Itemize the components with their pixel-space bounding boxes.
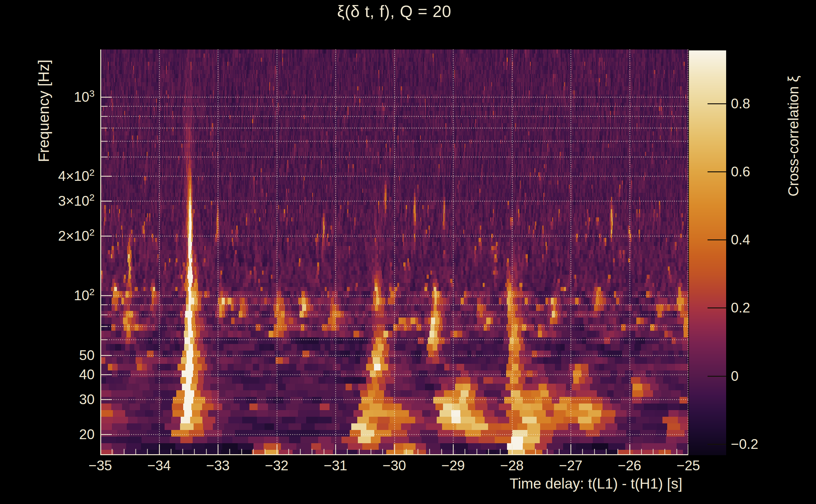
x-tick-label: −29 — [441, 457, 465, 474]
x-tick-label: −31 — [324, 457, 348, 474]
y-axis-label: Frequency [Hz] — [35, 60, 52, 162]
x-tick-label: −26 — [618, 457, 641, 474]
x-tick-label: −28 — [500, 457, 524, 474]
plot-title: ξ(δ t, f), Q = 20 — [100, 2, 688, 21]
figure-root: ξ(δ t, f), Q = 20 Frequency [Hz] 1034×10… — [0, 0, 816, 504]
colorbar-tick-label: 0 — [731, 367, 800, 386]
x-tick-label: −25 — [677, 457, 700, 474]
x-tick-label: −32 — [265, 457, 289, 474]
y-tick-label: 3×102 — [0, 192, 95, 210]
colorbar-tick-label: 0.4 — [731, 230, 800, 249]
x-tick-label: −34 — [147, 457, 171, 474]
x-axis-label: Time delay: t(L1) - t(H1) [s] — [509, 475, 682, 492]
colorbar-label: Cross-correlation ξ — [785, 76, 802, 197]
y-tick-label: 20 — [0, 425, 95, 444]
colorbar-canvas — [689, 50, 726, 455]
y-tick-label: 50 — [0, 346, 95, 365]
y-tick-label: 4×102 — [0, 167, 95, 186]
x-tick-label: −30 — [382, 457, 406, 474]
y-tick-label: 40 — [0, 365, 95, 384]
x-tick-label: −27 — [559, 457, 583, 474]
y-tick-label: 103 — [0, 88, 95, 106]
colorbar-tick-label: −0.2 — [731, 435, 800, 454]
colorbar-tick-label: 0.2 — [731, 298, 800, 317]
spectrogram-heatmap-canvas — [100, 49, 688, 455]
y-tick-label: 30 — [0, 390, 95, 409]
y-tick-label: 2×102 — [0, 226, 95, 245]
y-tick-label: 102 — [0, 286, 95, 305]
x-tick-label: −33 — [206, 457, 230, 474]
x-tick-label: −35 — [89, 457, 112, 474]
